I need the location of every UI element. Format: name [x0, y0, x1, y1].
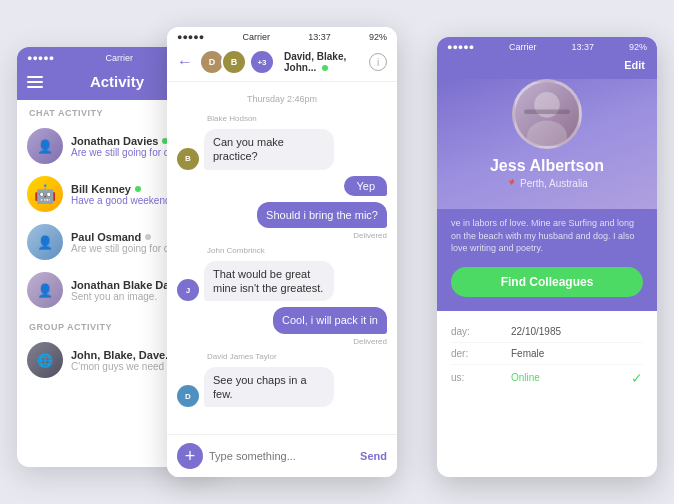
profile-avatar — [512, 79, 582, 149]
message-avatar: D — [177, 385, 199, 407]
status-bar-2: ●●●●● Carrier 13:37 92% — [167, 27, 397, 45]
date-separator: Thursday 2:46pm — [177, 94, 387, 104]
message-input[interactable] — [209, 450, 354, 462]
avatar: 🤖 — [27, 176, 63, 212]
svg-point-1 — [527, 120, 567, 149]
avatar: 👤 — [27, 128, 63, 164]
find-colleagues-button[interactable]: Find Colleagues — [451, 267, 643, 297]
profile-bio-section: ve in labors of love. Mine are Surfing a… — [437, 209, 657, 311]
profile-header: Edit — [437, 55, 657, 79]
signal-dots-2: ●●●●● — [177, 32, 204, 42]
offline-indicator — [145, 234, 151, 240]
group-avatar-2: B — [221, 49, 247, 75]
detail-value: Online — [511, 372, 631, 383]
message-sender-label: Blake Hodson — [207, 114, 387, 123]
chat-header-name: David, Blake, John... — [284, 51, 363, 73]
avatar-group: D B +3 — [199, 49, 278, 75]
message-row: Cool, i will pack it in — [177, 307, 387, 333]
back-button[interactable]: ← — [177, 54, 193, 70]
detail-value: 22/10/1985 — [511, 326, 643, 337]
carrier-3: Carrier — [509, 42, 537, 52]
message-sender-label: David James Taylor — [207, 352, 387, 361]
chat-input-bar: + Send — [167, 434, 397, 477]
check-icon: ✓ — [631, 370, 643, 386]
profile-location: 📍 Perth, Australia — [506, 178, 588, 189]
avatar: 👤 — [27, 224, 63, 260]
battery-3: 92% — [629, 42, 647, 52]
message-bubble: Cool, i will pack it in — [273, 307, 387, 333]
menu-icon[interactable] — [27, 76, 43, 88]
detail-row-status: us: Online ✓ — [451, 365, 643, 391]
chat-screen: ●●●●● Carrier 13:37 92% ← D B +3 David, … — [167, 27, 397, 477]
profile-bio: ve in labors of love. Mine are Surfing a… — [451, 217, 643, 255]
attach-button[interactable]: + — [177, 443, 203, 469]
signal-dots: ●●●●● — [27, 53, 54, 63]
message-row: D See you chaps in a few. — [177, 367, 387, 408]
detail-value: Female — [511, 348, 643, 359]
detail-label: us: — [451, 372, 511, 383]
message-avatar: J — [177, 279, 199, 301]
time-2: 13:37 — [308, 32, 331, 42]
battery-2: 92% — [369, 32, 387, 42]
message-avatar: B — [177, 148, 199, 170]
delivered-label: Delivered — [177, 337, 387, 346]
message-row: J That would be great mine isn't the gre… — [177, 261, 387, 302]
carrier-1: Carrier — [106, 53, 134, 63]
chat-header-info: David, Blake, John... — [284, 51, 363, 73]
profile-screen: ●●●●● Carrier 13:37 92% Edit Jess Albert… — [437, 37, 657, 477]
message-bubble: See you chaps in a few. — [204, 367, 334, 408]
carrier-2: Carrier — [242, 32, 270, 42]
activity-title: Activity — [90, 73, 144, 90]
detail-row-dob: day: 22/10/1985 — [451, 321, 643, 343]
avatar: 🌐 — [27, 342, 63, 378]
signal-dots-3: ●●●●● — [447, 42, 474, 52]
time-3: 13:37 — [572, 42, 595, 52]
online-indicator — [135, 186, 141, 192]
info-button[interactable]: i — [369, 53, 387, 71]
edit-button[interactable]: Edit — [624, 59, 645, 71]
message-bubble: Yep — [344, 176, 387, 196]
extra-members-badge: +3 — [251, 51, 273, 73]
send-button[interactable]: Send — [360, 450, 387, 462]
message-row: B Can you make practice? — [177, 129, 387, 170]
screens-container: ●●●●● Carrier 13:37 Activity CHAT ACTIVI… — [17, 17, 657, 487]
profile-name: Jess Albertson — [490, 157, 604, 175]
detail-label: day: — [451, 326, 511, 337]
status-bar-3: ●●●●● Carrier 13:37 92% — [437, 37, 657, 55]
message-bubble: Can you make practice? — [204, 129, 334, 170]
location-pin-icon: 📍 — [506, 179, 517, 189]
profile-details: day: 22/10/1985 der: Female us: Online ✓ — [437, 311, 657, 401]
message-row: Should i bring the mic? — [177, 202, 387, 228]
avatar: 👤 — [27, 272, 63, 308]
delivered-label: Delivered — [177, 231, 387, 240]
message-bubble: Should i bring the mic? — [257, 202, 387, 228]
chat-header: ← D B +3 David, Blake, John... i — [167, 45, 397, 82]
detail-label: der: — [451, 348, 511, 359]
svg-rect-2 — [524, 109, 570, 114]
profile-hero: Jess Albertson 📍 Perth, Australia — [437, 79, 657, 209]
online-dot — [322, 65, 328, 71]
message-sender-label: John Combrinck — [207, 246, 387, 255]
message-bubble: That would be great mine isn't the great… — [204, 261, 334, 302]
message-row: Yep — [177, 176, 387, 196]
detail-row-gender: der: Female — [451, 343, 643, 365]
chat-messages: Thursday 2:46pm Blake Hodson B Can you m… — [167, 82, 397, 412]
